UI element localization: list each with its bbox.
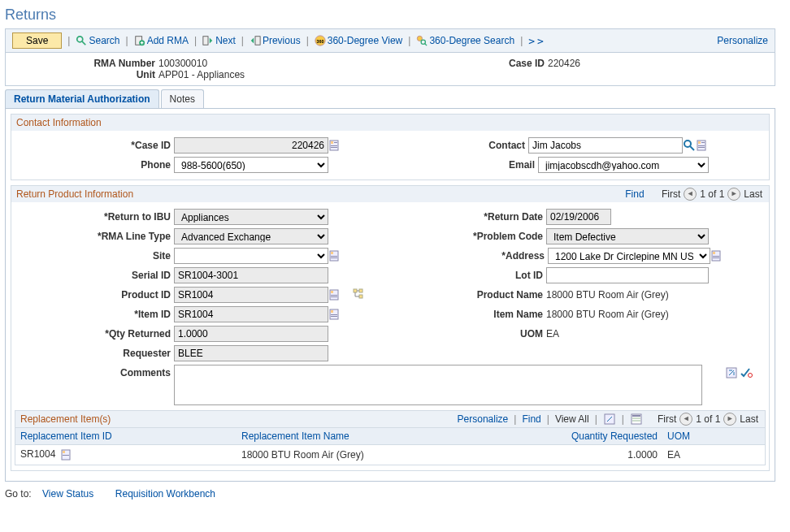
problem-code-select[interactable]: Item Defective	[546, 228, 709, 244]
case-id-lookup-icon[interactable]	[328, 139, 341, 152]
svg-point-16	[684, 141, 691, 147]
tab-rma[interactable]: Return Material Authorization	[5, 89, 159, 108]
previous-icon	[250, 35, 261, 46]
tab-notes[interactable]: Notes	[161, 89, 204, 108]
comments-expand-icon[interactable]	[725, 366, 738, 379]
repl-download-icon[interactable]	[630, 413, 643, 426]
item-name-label: Item Name	[447, 309, 546, 320]
col-repl-item-id[interactable]: Replacement Item ID	[15, 428, 237, 445]
repl-name-value: 18000 BTU Room Air (Grey)	[237, 445, 539, 465]
svg-rect-25	[331, 256, 337, 257]
address-select[interactable]: 1200 Lake Dr Circlepine MN USA	[548, 248, 710, 264]
repl-personalize-link[interactable]: Personalize	[458, 413, 509, 425]
return-date-input[interactable]	[546, 209, 611, 225]
svg-rect-33	[331, 295, 337, 296]
item-name-value: 18000 BTU Room Air (Grey)	[546, 309, 766, 320]
add-rma-link[interactable]: Add RMA	[134, 35, 189, 46]
serial-id-label: Serial ID	[15, 270, 174, 281]
goto-view-status[interactable]: View Status	[42, 488, 93, 500]
search-360-label: 360-Degree Search	[429, 35, 514, 46]
item-id-related-icon[interactable]	[328, 308, 341, 321]
comments-spellcheck-icon[interactable]	[740, 366, 753, 379]
return-to-ibu-select[interactable]: Appliances	[174, 209, 328, 225]
rpi-next-icon[interactable]: ►	[727, 188, 740, 201]
return-to-ibu-label: *Return to IBU	[15, 211, 174, 223]
col-repl-item-name[interactable]: Replacement Item Name	[237, 428, 539, 445]
separator: |	[514, 413, 516, 425]
repl-find-link[interactable]: Find	[522, 413, 540, 425]
svg-point-43	[749, 374, 753, 378]
product-tree-icon[interactable]	[353, 288, 366, 301]
svg-rect-51	[63, 455, 69, 456]
goto-label: Go to:	[5, 488, 32, 500]
more-toolbar-icon[interactable]: >>	[528, 35, 546, 47]
next-label: Next	[215, 35, 236, 46]
replacement-header: Replacement Item(s) Personalize | Find |…	[15, 411, 765, 427]
next-link[interactable]: Next	[202, 35, 236, 46]
svg-rect-24	[331, 252, 333, 254]
product-id-related-icon[interactable]	[328, 288, 341, 301]
goto-req-workbench[interactable]: Requisition Workbench	[115, 488, 215, 500]
separator: |	[194, 35, 197, 46]
toolbar-personalize[interactable]: Personalize	[717, 35, 768, 46]
svg-rect-30	[713, 257, 719, 258]
site-select[interactable]	[174, 248, 328, 264]
view-360-link[interactable]: 360 360-Degree View	[315, 35, 403, 46]
col-qty-requested[interactable]: Quantity Requested	[539, 428, 662, 445]
product-name-value: 18000 BTU Room Air (Grey)	[546, 289, 766, 301]
add-rma-label: Add RMA	[147, 35, 189, 46]
product-id-input[interactable]	[174, 287, 328, 303]
svg-rect-35	[354, 289, 357, 292]
site-label: Site	[15, 250, 174, 262]
next-icon	[202, 35, 214, 46]
rpi-find-link[interactable]: Find	[625, 188, 644, 200]
svg-rect-26	[331, 257, 337, 258]
save-button[interactable]: Save	[12, 32, 62, 49]
toolbar: Save | Search | Add RMA | Next | Previou…	[5, 28, 775, 53]
svg-line-10	[425, 44, 428, 46]
lot-id-input[interactable]	[546, 267, 709, 283]
repl-view-all[interactable]: View All	[555, 413, 589, 425]
repl-last: Last	[740, 413, 758, 425]
separator: |	[241, 35, 244, 46]
col-uom[interactable]: UOM	[662, 428, 765, 445]
product-name-label: Product Name	[447, 289, 546, 301]
svg-rect-47	[632, 417, 640, 419]
item-id-input[interactable]	[174, 306, 328, 322]
search-link[interactable]: Search	[76, 35, 119, 46]
svg-rect-13	[334, 142, 337, 143]
search-360-link[interactable]: 360-Degree Search	[416, 35, 514, 46]
phone-label: Phone	[15, 159, 174, 171]
qty-returned-input[interactable]	[174, 326, 328, 342]
unit-label: Unit	[6, 69, 155, 80]
svg-rect-22	[698, 147, 705, 148]
svg-rect-29	[713, 256, 719, 257]
separator: |	[595, 413, 597, 425]
goto-bar: Go to: View Status Requisition Workbench	[5, 488, 775, 500]
contact-search-icon[interactable]	[683, 139, 696, 152]
serial-id-input[interactable]	[174, 267, 328, 283]
address-related-icon[interactable]	[710, 249, 723, 262]
repl-id-related-icon[interactable]	[60, 448, 73, 461]
comments-textarea[interactable]	[174, 365, 702, 405]
email-select[interactable]: jimjacobscdh@yahoo.com	[538, 157, 709, 173]
phone-select[interactable]: 988-5600(650)	[174, 157, 328, 173]
repl-prev-icon[interactable]: ◄	[679, 413, 692, 426]
rma-line-type-select[interactable]: Advanced Exchange	[174, 228, 328, 244]
repl-first: First	[658, 413, 676, 425]
contact-label: Contact	[454, 140, 528, 151]
rpi-prev-icon[interactable]: ◄	[684, 188, 697, 201]
case-id-input[interactable]	[174, 137, 328, 154]
repl-qty-value: 1.0000	[539, 445, 662, 465]
separator: |	[622, 413, 624, 425]
previous-link[interactable]: Previous	[250, 35, 301, 46]
repl-zoom-icon[interactable]	[603, 413, 616, 426]
contact-transfer-icon[interactable]	[696, 139, 709, 152]
site-related-icon[interactable]	[328, 249, 341, 262]
svg-rect-46	[632, 415, 640, 417]
contact-input[interactable]	[528, 137, 683, 154]
replacement-grid: Replacement Item(s) Personalize | Find |…	[15, 410, 766, 465]
requester-input[interactable]	[174, 345, 328, 361]
repl-id-value: SR1004	[20, 448, 55, 460]
repl-next-icon[interactable]: ►	[723, 413, 736, 426]
